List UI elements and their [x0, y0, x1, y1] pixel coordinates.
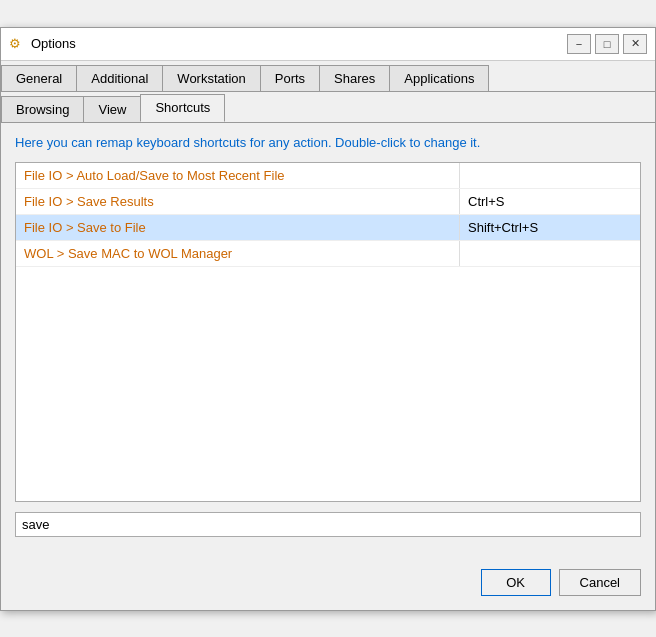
shortcut-key-4	[460, 241, 640, 266]
action-label-1: File IO > Auto Load/Save to Most Recent …	[16, 163, 460, 188]
info-text: Here you can remap keyboard shortcuts fo…	[15, 135, 641, 150]
shortcuts-table: File IO > Auto Load/Save to Most Recent …	[16, 163, 640, 267]
maximize-button[interactable]: □	[595, 34, 619, 54]
content-area: Here you can remap keyboard shortcuts fo…	[1, 123, 655, 561]
action-label-4: WOL > Save MAC to WOL Manager	[16, 241, 460, 266]
window-icon: ⚙	[9, 36, 25, 52]
title-bar-controls: − □ ✕	[567, 34, 647, 54]
tab-browsing[interactable]: Browsing	[1, 96, 84, 122]
tab-ports[interactable]: Ports	[260, 65, 320, 91]
shortcut-row-3[interactable]: File IO > Save to File Shift+Ctrl+S	[16, 215, 640, 241]
ok-button[interactable]: OK	[481, 569, 551, 596]
tab-additional[interactable]: Additional	[76, 65, 163, 91]
shortcut-row-1[interactable]: File IO > Auto Load/Save to Most Recent …	[16, 163, 640, 189]
tab-workstation[interactable]: Workstation	[162, 65, 260, 91]
shortcut-key-2: Ctrl+S	[460, 189, 640, 214]
tab-applications[interactable]: Applications	[389, 65, 489, 91]
title-bar-left: ⚙ Options	[9, 36, 76, 52]
shortcut-row-4[interactable]: WOL > Save MAC to WOL Manager	[16, 241, 640, 267]
options-window: ⚙ Options − □ ✕ General Additional Works…	[0, 27, 656, 611]
shortcut-key-1	[460, 163, 640, 188]
tab-shortcuts[interactable]: Shortcuts	[140, 94, 225, 122]
button-row: OK Cancel	[1, 561, 655, 610]
shortcuts-container[interactable]: File IO > Auto Load/Save to Most Recent …	[15, 162, 641, 502]
cancel-button[interactable]: Cancel	[559, 569, 641, 596]
minimize-button[interactable]: −	[567, 34, 591, 54]
filter-input[interactable]	[15, 512, 641, 537]
tab-general[interactable]: General	[1, 65, 77, 91]
window-title: Options	[31, 36, 76, 51]
tab-shares[interactable]: Shares	[319, 65, 390, 91]
filter-row	[15, 512, 641, 537]
shortcut-row-2[interactable]: File IO > Save Results Ctrl+S	[16, 189, 640, 215]
tab-row-1: General Additional Workstation Ports Sha…	[1, 61, 655, 92]
shortcut-key-3: Shift+Ctrl+S	[460, 215, 640, 240]
tab-view[interactable]: View	[83, 96, 141, 122]
action-label-2: File IO > Save Results	[16, 189, 460, 214]
close-button[interactable]: ✕	[623, 34, 647, 54]
title-bar: ⚙ Options − □ ✕	[1, 28, 655, 61]
tab-row-2: Browsing View Shortcuts	[1, 92, 655, 123]
action-label-3: File IO > Save to File	[16, 215, 460, 240]
